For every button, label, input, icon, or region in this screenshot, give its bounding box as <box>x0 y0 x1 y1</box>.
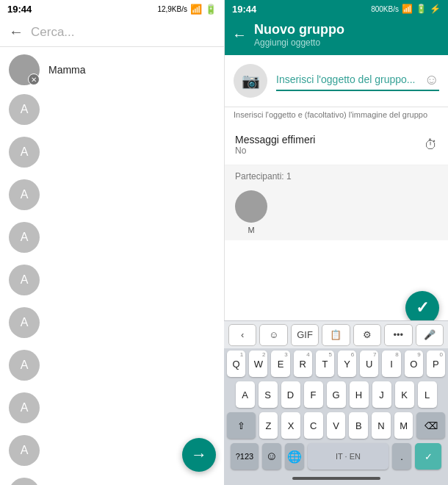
right-back-button[interactable]: ← <box>232 26 247 43</box>
list-item[interactable]: A <box>0 216 224 259</box>
key-d[interactable]: D <box>281 381 300 408</box>
keyboard-row-2: A S D F G H J K L <box>224 379 448 410</box>
right-time: 19:44 <box>232 4 371 15</box>
key-c[interactable]: C <box>304 412 323 439</box>
key-r[interactable]: 4R <box>294 351 312 377</box>
clipboard-icon: 📋 <box>330 329 342 340</box>
key-space[interactable]: IT · EN <box>308 443 389 470</box>
avatar: A <box>9 392 40 423</box>
keyboard-row-4: ?123 ☺ 🌐 IT · EN . ✓ <box>224 441 448 472</box>
left-panel: 19:44 12,9KB/s 📶 🔋 ← Cerca... ✕ Mamma <box>0 0 224 485</box>
list-item[interactable]: A <box>0 88 224 131</box>
list-item[interactable]: A <box>0 131 224 173</box>
right-bolt-icon: ⚡ <box>430 4 441 14</box>
right-signal-icon: 📶 <box>402 4 413 14</box>
key-a[interactable]: A <box>236 381 255 408</box>
keyboard-gif-btn[interactable]: GIF <box>291 324 319 346</box>
keyboard-sticker-btn[interactable]: ☺ <box>259 324 287 346</box>
key-h[interactable]: H <box>350 381 369 408</box>
key-shift[interactable]: ⇧ <box>227 412 256 439</box>
list-item[interactable]: A <box>0 472 224 485</box>
gif-label: GIF <box>297 329 313 340</box>
key-u[interactable]: 7U <box>360 351 378 377</box>
keyboard: ‹ ☺ GIF 📋 ⚙ ••• 🎤 <box>224 320 448 485</box>
keyboard-back-btn[interactable]: ‹ <box>228 324 256 346</box>
key-z[interactable]: Z <box>259 412 278 439</box>
key-s[interactable]: S <box>259 381 278 408</box>
left-time: 19:44 <box>7 4 157 15</box>
avatar: A <box>9 222 40 253</box>
search-placeholder-text[interactable]: Cerca... <box>31 25 75 40</box>
key-emoji[interactable]: ☺ <box>262 443 281 470</box>
key-m[interactable]: M <box>394 412 413 439</box>
key-o[interactable]: 9O <box>405 351 423 377</box>
key-b[interactable]: B <box>349 412 368 439</box>
avatar: A <box>9 350 40 381</box>
right-header: 19:44 800KB/s 📶 🔋 ⚡ ← Nuovo gruppo Aggiu… <box>225 0 448 55</box>
keyboard-mic-btn[interactable]: 🎤 <box>416 324 444 346</box>
key-period[interactable]: . <box>392 443 411 470</box>
right-panel: 19:44 800KB/s 📶 🔋 ⚡ ← Nuovo gruppo Aggiu… <box>224 0 448 485</box>
avatar: A <box>9 478 40 485</box>
key-i[interactable]: 8I <box>382 351 400 377</box>
key-k[interactable]: K <box>395 381 414 408</box>
left-back-icon[interactable]: ← <box>9 24 24 40</box>
key-globe[interactable]: 🌐 <box>285 443 304 470</box>
page-subtitle: Aggiungi oggetto <box>254 37 441 48</box>
key-backspace[interactable]: ⌫ <box>416 412 445 439</box>
keyboard-bottom-bar-container <box>224 472 448 485</box>
left-wifi-icon: 🔋 <box>205 4 217 15</box>
avatar: ✕ <box>9 54 40 85</box>
keyboard-more-btn[interactable]: ••• <box>384 324 412 346</box>
keyboard-toolbar: ‹ ☺ GIF 📋 ⚙ ••• 🎤 <box>224 320 448 348</box>
list-item[interactable]: ✕ Mamma <box>0 47 224 88</box>
key-n[interactable]: N <box>372 412 391 439</box>
participants-label: Partecipanti: 1 <box>235 171 438 182</box>
group-subject-input[interactable] <box>276 73 424 85</box>
key-v[interactable]: V <box>327 412 346 439</box>
key-q[interactable]: 1Q <box>227 351 245 377</box>
page-title: Nuovo gruppo <box>254 22 441 37</box>
list-item[interactable]: A <box>0 344 224 387</box>
camera-button[interactable]: 📷 <box>234 64 267 98</box>
participants-list: M <box>225 184 448 240</box>
left-signal-icon: 📶 <box>190 4 202 15</box>
left-status-bar: 19:44 12,9KB/s 📶 🔋 <box>0 0 224 18</box>
ephemeral-section[interactable]: Messaggi effimeri No ⏱ <box>225 125 448 165</box>
key-numbers[interactable]: ?123 <box>231 443 259 470</box>
key-w[interactable]: 2W <box>249 351 267 377</box>
key-p[interactable]: 0P <box>427 351 445 377</box>
home-indicator <box>292 477 380 480</box>
mic-icon: 🎤 <box>424 329 436 340</box>
remove-badge[interactable]: ✕ <box>28 73 40 85</box>
key-x[interactable]: X <box>281 412 300 439</box>
keyboard-settings-btn[interactable]: ⚙ <box>353 324 381 346</box>
ephemeral-settings-icon[interactable]: ⏱ <box>424 137 438 153</box>
list-item[interactable]: A <box>0 259 224 301</box>
emoji-icon[interactable]: ☺ <box>424 71 439 88</box>
key-enter[interactable]: ✓ <box>415 443 441 470</box>
keyboard-clipboard-btn[interactable]: 📋 <box>322 324 350 346</box>
group-input-wrapper: ☺ <box>276 71 439 91</box>
list-item[interactable]: A <box>0 387 224 429</box>
participant-avatar <box>235 190 267 223</box>
list-item[interactable]: A <box>0 301 224 344</box>
keyboard-row-3: ⇧ Z X C V B N M ⌫ <box>224 410 448 441</box>
key-f[interactable]: F <box>304 381 323 408</box>
participant-item: M <box>235 190 267 234</box>
hint-text: Inserisci l'oggetto e (facoltativo) l'im… <box>225 107 448 125</box>
avatar: A <box>9 179 40 210</box>
key-e[interactable]: 3E <box>271 351 289 377</box>
avatar: A <box>9 265 40 295</box>
key-j[interactable]: J <box>372 381 391 408</box>
key-y[interactable]: 6Y <box>338 351 356 377</box>
right-status-bar: 19:44 800KB/s 📶 🔋 ⚡ <box>225 0 448 18</box>
key-l[interactable]: L <box>418 381 437 408</box>
key-g[interactable]: G <box>327 381 346 408</box>
ephemeral-content: Messaggi effimeri No <box>235 134 315 156</box>
left-fab-button[interactable]: → <box>182 438 216 472</box>
key-t[interactable]: 5T <box>316 351 334 377</box>
check-icon: ✓ <box>416 298 429 317</box>
ephemeral-label: Messaggi effimeri <box>235 134 315 146</box>
list-item[interactable]: A <box>0 173 224 216</box>
